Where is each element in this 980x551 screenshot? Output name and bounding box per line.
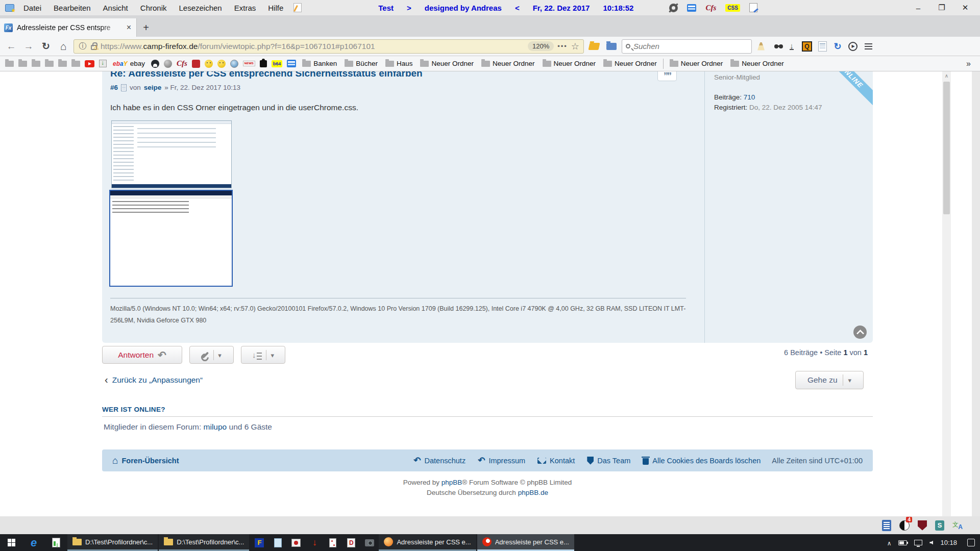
bookmark-ebay[interactable]: ebaYebay <box>111 59 146 68</box>
s-app-icon[interactable]: S <box>935 520 944 531</box>
post-image-notepad[interactable] <box>109 190 233 287</box>
download-bookmark-icon[interactable] <box>99 60 107 67</box>
menu-bearbeiten[interactable]: Bearbeiten <box>48 2 96 14</box>
impressum-link[interactable]: Impressum <box>478 455 525 466</box>
bookmarks-overflow-icon[interactable] <box>966 59 975 68</box>
bookmark-star-icon[interactable] <box>571 41 579 52</box>
taskbar-folder-window-1[interactable]: D:\Test\Profilordner\c... <box>67 534 158 551</box>
sort-options-button[interactable] <box>241 346 285 364</box>
ublock-shield-icon[interactable] <box>918 520 927 531</box>
url-text[interactable]: https://www.camp-firefox.de/forum/viewto… <box>101 42 524 51</box>
back-button[interactable] <box>4 39 18 54</box>
action-center-icon[interactable] <box>967 539 975 546</box>
network-monitor-icon[interactable] <box>914 540 922 545</box>
phpbb-link[interactable]: phpBB <box>442 479 462 486</box>
new-tab-button[interactable]: + <box>137 18 155 37</box>
bookmark-folder-icon[interactable] <box>45 61 54 67</box>
camp-firefox-icon[interactable]: Cfs <box>705 4 716 12</box>
hamburger-menu-icon[interactable] <box>862 40 874 53</box>
home-button[interactable] <box>56 39 70 54</box>
taskbar-clock[interactable]: 10:18 <box>940 539 957 546</box>
d-app-icon[interactable]: D <box>342 534 360 551</box>
post-image-explorer[interactable] <box>111 120 232 188</box>
menu-datei[interactable]: Datei <box>18 2 46 14</box>
puzzle-addon-icon[interactable] <box>260 60 267 67</box>
cleaner-icon[interactable] <box>755 40 767 53</box>
github-icon[interactable] <box>151 60 159 68</box>
window-panel-bookmark-icon[interactable] <box>287 60 296 67</box>
battery-icon[interactable] <box>898 540 907 545</box>
bookmark-folder-neuer-ordner[interactable]: Neuer Ordner <box>480 59 536 68</box>
post-number-link[interactable]: #6 <box>110 84 118 91</box>
b64-icon[interactable]: b64 <box>272 60 283 67</box>
forward-button[interactable] <box>21 39 36 54</box>
page-actions-icon[interactable] <box>557 42 568 50</box>
speaker-icon[interactable] <box>929 541 933 545</box>
private-mask-icon[interactable] <box>770 40 782 53</box>
tab-close-icon[interactable]: × <box>126 23 132 32</box>
reader-doc-icon[interactable] <box>882 520 891 531</box>
taskbar-firefox-window-2[interactable]: Adressleiste per CSS e... <box>477 534 574 551</box>
back-to-forum[interactable]: Zurück zu „Anpassungen“ <box>105 374 203 386</box>
smiley-icon[interactable] <box>217 60 226 68</box>
bookmark-folder-icon[interactable] <box>18 61 27 67</box>
bookmark-folder-buecher[interactable]: Bücher <box>343 59 379 68</box>
document-app-icon[interactable] <box>45 534 67 551</box>
taskbar-firefox-window-1[interactable]: Adressleiste per CSS e... <box>379 534 476 551</box>
taskbar-folder-window-2[interactable]: D:\Test\Profilordner\c... <box>159 534 249 551</box>
posts-count-link[interactable]: 710 <box>744 93 755 101</box>
post-heading[interactable]: Re: Adressleiste per CSS entsprechend Si… <box>110 71 423 79</box>
notification-circle-icon[interactable]: 4 <box>899 520 910 531</box>
zoom-level-indicator[interactable]: 120% <box>528 41 554 51</box>
bookmark-folder-neuer-ordner[interactable]: Neuer Ordner <box>729 59 786 68</box>
gear-icon[interactable] <box>669 4 678 12</box>
start-button[interactable] <box>0 534 22 551</box>
menu-hilfe[interactable]: Hilfe <box>263 2 288 14</box>
notes-icon[interactable] <box>293 3 302 12</box>
scrollbar-up-arrow[interactable] <box>942 71 951 80</box>
youtube-icon[interactable] <box>85 60 94 67</box>
reply-button[interactable]: Antworten <box>102 346 182 364</box>
search-input[interactable] <box>633 42 748 51</box>
scroll-to-top-button[interactable] <box>853 325 867 339</box>
red-app-icon[interactable] <box>192 60 200 68</box>
forum-overview-link[interactable]: Foren-Übersicht <box>112 455 179 466</box>
blue-folder-icon[interactable] <box>606 43 617 50</box>
restore-button[interactable]: ❐ <box>930 0 953 15</box>
bookmark-folder-icon[interactable] <box>71 61 80 67</box>
search-bar[interactable] <box>622 39 752 54</box>
kontakt-link[interactable]: Kontakt <box>537 457 575 465</box>
minimize-button[interactable]: – <box>906 0 930 15</box>
mixed-content-lock-icon[interactable] <box>91 45 97 50</box>
notepad-edit-icon[interactable] <box>749 3 757 12</box>
sync-icon[interactable] <box>831 40 844 53</box>
goto-dropdown-button[interactable]: Gehe zu <box>795 371 864 389</box>
menu-chronik[interactable]: Chronik <box>135 2 172 14</box>
menu-ansicht[interactable]: Ansicht <box>98 2 133 14</box>
window-panel-icon[interactable] <box>687 4 696 12</box>
freecommander-icon[interactable]: F <box>250 534 268 551</box>
translate-icon[interactable] <box>952 520 963 531</box>
member-milupo-link[interactable]: milupo <box>204 422 227 431</box>
bookmark-folder-neuer-ordner[interactable]: Neuer Ordner <box>602 59 658 68</box>
snipping-tool-icon[interactable] <box>360 534 379 551</box>
bookmark-folder-banken[interactable]: Banken <box>301 59 338 68</box>
page-scrollbar[interactable] <box>942 71 951 516</box>
reader-page-icon[interactable] <box>816 40 828 53</box>
css-badge-icon[interactable]: CSS <box>725 4 740 12</box>
open-folder-icon[interactable] <box>589 43 600 50</box>
red-arrow-app-icon[interactable] <box>305 534 324 551</box>
downloads-icon[interactable] <box>786 40 798 53</box>
phpbbde-link[interactable]: phpBB.de <box>518 489 548 496</box>
play-circle-icon[interactable] <box>847 40 859 53</box>
url-bar[interactable]: https://www.camp-firefox.de/forum/viewto… <box>74 39 584 54</box>
menu-extras[interactable]: Extras <box>229 2 261 14</box>
tab-adressleiste[interactable]: Fx Adressleiste per CSS entspre × <box>0 18 137 37</box>
topic-tools-button[interactable] <box>189 346 234 364</box>
das-team-link[interactable]: Das Team <box>587 457 630 465</box>
bookmark-folder-icon[interactable] <box>5 61 14 67</box>
bookmark-folder-haus[interactable]: Haus <box>384 59 414 68</box>
scrollbar-thumb[interactable] <box>943 82 950 214</box>
close-button[interactable]: ✕ <box>953 0 977 15</box>
bookmark-folder-neuer-ordner[interactable]: Neuer Ordner <box>668 59 725 68</box>
